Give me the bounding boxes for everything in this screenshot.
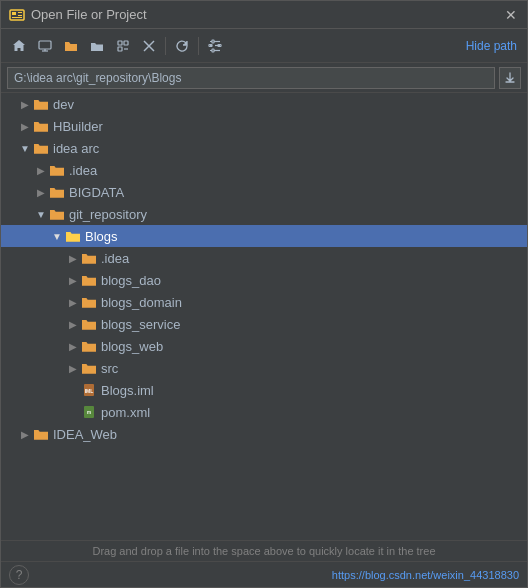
path-bar [1,63,527,93]
tree-item-blogs[interactable]: ▼ Blogs [1,225,527,247]
arrow-git-repo: ▼ [33,209,49,220]
folder-icon-dev [33,96,49,112]
item-label-blogs-idea: .idea [101,251,129,266]
arrow-blogs-domain: ▶ [65,297,81,308]
arrow-blogs-web: ▶ [65,341,81,352]
folder2-button[interactable] [85,34,109,58]
arrow-blogs: ▼ [49,231,65,242]
folder-icon-idea-web [33,426,49,442]
file-icon-pom-xml: m [81,404,97,420]
tree-scroll[interactable]: ▶ dev ▶ HBuilder ▼ [1,93,527,540]
item-label-git-repo: git_repository [69,207,147,222]
item-label-blogs-service: blogs_service [101,317,181,332]
title-bar: Open File or Project ✕ [1,1,527,29]
item-label-blogs-iml: Blogs.iml [101,383,154,398]
main-window: Open File or Project ✕ [0,0,528,588]
window-close-button[interactable]: ✕ [503,7,519,23]
tree-item-blogs-dao[interactable]: ▶ blogs_dao [1,269,527,291]
item-label-blogs-dao: blogs_dao [101,273,161,288]
folder-icon-blogs-domain [81,294,97,310]
window-icon [9,7,25,23]
item-label-blogs: Blogs [85,229,118,244]
item-label-hbuilder: HBuilder [53,119,103,134]
svg-rect-14 [212,40,214,43]
toolbar-separator-2 [198,37,199,55]
item-label-idea-arc: idea arc [53,141,99,156]
collapse-button[interactable] [111,34,135,58]
folder-icon-git-repo [49,206,65,222]
arrow-idea-web: ▶ [17,429,33,440]
svg-rect-3 [18,15,22,16]
hide-path-button[interactable]: Hide path [462,37,521,55]
folder-icon-bigdata [49,184,65,200]
status-url: https://blog.csdn.net/weixin_44318830 [332,569,519,581]
svg-text:IML: IML [85,388,94,394]
folder-icon-hbuilder [33,118,49,134]
tree-item-hbuilder[interactable]: ▶ HBuilder [1,115,527,137]
tree-container: ▶ dev ▶ HBuilder ▼ [1,93,527,540]
arrow-bigdata: ▶ [33,187,49,198]
tree-item-blogs-web[interactable]: ▶ blogs_web [1,335,527,357]
window-title: Open File or Project [31,7,503,22]
tree-item-dev[interactable]: ▶ dev [1,93,527,115]
path-input[interactable] [7,67,495,89]
toolbar: Hide path [1,29,527,63]
svg-rect-9 [124,41,128,45]
svg-rect-1 [12,12,16,15]
svg-rect-8 [118,41,122,45]
tree-item-src[interactable]: ▶ src [1,357,527,379]
folder-icon-blogs-web [81,338,97,354]
help-label: ? [16,568,23,582]
arrow-blogs-dao: ▶ [65,275,81,286]
item-label-src: src [101,361,118,376]
item-label-idea: .idea [69,163,97,178]
folder-icon-blogs-service [81,316,97,332]
arrow-idea-arc: ▼ [17,143,33,154]
folder-icon-blogs [65,228,81,244]
status-bar: ? https://blog.csdn.net/weixin_44318830 [1,561,527,587]
tree-item-idea-web[interactable]: ▶ IDEA_Web [1,423,527,445]
arrow-blogs-idea: ▶ [65,253,81,264]
svg-rect-10 [118,47,122,51]
folder-icon-blogs-idea [81,250,97,266]
tree-item-bigdata[interactable]: ▶ BIGDATA [1,181,527,203]
path-download-button[interactable] [499,67,521,89]
folder-icon-blogs-dao [81,272,97,288]
arrow-dev: ▶ [17,99,33,110]
tree-item-idea[interactable]: ▶ .idea [1,159,527,181]
tree-item-pom-xml[interactable]: ▶ m pom.xml [1,401,527,423]
item-label-bigdata: BIGDATA [69,185,124,200]
folder-icon-idea-arc [33,140,49,156]
toolbar-separator-1 [165,37,166,55]
refresh-button[interactable] [170,34,194,58]
remove-button[interactable] [137,34,161,58]
item-label-dev: dev [53,97,74,112]
tree-item-blogs-service[interactable]: ▶ blogs_service [1,313,527,335]
svg-text:m: m [87,410,91,415]
tree-item-blogs-iml[interactable]: ▶ IML Blogs.iml [1,379,527,401]
monitor-button[interactable] [33,34,57,58]
item-label-pom-xml: pom.xml [101,405,150,420]
arrow-idea: ▶ [33,165,49,176]
folder-icon-idea [49,162,65,178]
folder-icon-src [81,360,97,376]
tree-item-blogs-idea[interactable]: ▶ .idea [1,247,527,269]
tree-item-git-repo[interactable]: ▼ git_repository [1,203,527,225]
item-label-blogs-domain: blogs_domain [101,295,182,310]
tree-item-idea-arc[interactable]: ▼ idea arc [1,137,527,159]
arrow-hbuilder: ▶ [17,121,33,132]
help-button[interactable]: ? [9,565,29,585]
hint-text: Drag and drop a file into the space abov… [92,545,435,557]
arrow-blogs-service: ▶ [65,319,81,330]
tree-item-blogs-domain[interactable]: ▶ blogs_domain [1,291,527,313]
svg-rect-2 [18,12,22,13]
arrow-src: ▶ [65,363,81,374]
svg-rect-5 [39,41,51,49]
item-label-blogs-web: blogs_web [101,339,163,354]
file-icon-blogs-iml: IML [81,382,97,398]
svg-rect-15 [212,49,214,52]
item-label-idea-web: IDEA_Web [53,427,117,442]
open-folder-button[interactable] [59,34,83,58]
home-button[interactable] [7,34,31,58]
settings-button[interactable] [203,34,227,58]
